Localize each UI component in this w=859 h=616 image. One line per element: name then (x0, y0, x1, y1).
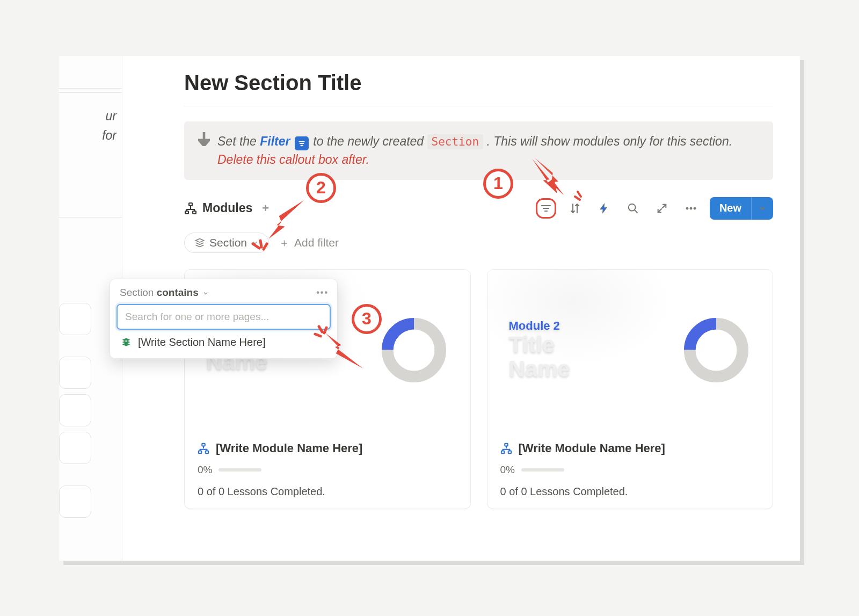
page-title: New Section Title (184, 56, 773, 106)
svg-rect-1 (185, 211, 188, 214)
filter-row: Section ＋ Add filter (184, 233, 773, 253)
card-cover-title-2: Name (509, 357, 570, 381)
progress-percent: 0% (198, 464, 212, 476)
sidebar-text-2: for (102, 128, 117, 143)
svg-rect-16 (508, 451, 511, 453)
filter-badge-icon (295, 136, 309, 150)
modules-header-row: Modules + (184, 197, 773, 220)
svg-rect-10 (199, 451, 202, 453)
card-subtitle: Module 2 (509, 319, 570, 333)
sitemap-icon (184, 202, 197, 215)
new-button-label: New (710, 197, 752, 220)
modules-tab[interactable]: Modules + (184, 201, 269, 215)
sitemap-icon (500, 443, 512, 454)
filter-more-icon[interactable]: ••• (316, 288, 329, 298)
callout-code: Section (427, 134, 484, 149)
stack-icon (121, 337, 132, 347)
section-filter-label: Section (209, 236, 247, 249)
search-button[interactable] (623, 198, 643, 219)
svg-rect-15 (501, 451, 504, 453)
modules-label-text: Modules (202, 201, 252, 215)
callout-filter-word: Filter (260, 134, 290, 148)
callout-mid: to the newly created (313, 134, 427, 148)
svg-rect-14 (505, 443, 508, 446)
filter-popover: Section contains ••• [Write Section Name… (110, 279, 338, 359)
svg-rect-2 (193, 211, 196, 214)
card-footer: 0 of 0 Lessons Completed. (198, 485, 457, 498)
svg-rect-11 (206, 451, 209, 453)
callout-pre: Set the (217, 134, 260, 148)
svg-rect-0 (189, 203, 192, 206)
view-toolbar: New (536, 197, 773, 220)
callout-delete-line: Delete this callout box after. (217, 153, 369, 166)
sidebar-text-1: ur (106, 109, 117, 124)
card-cover-title-1: Title (509, 333, 570, 357)
donut-chart-icon (379, 315, 449, 385)
progress-percent: 0% (500, 464, 515, 476)
callout-post: . This will show modules only for this s… (486, 134, 732, 148)
progress-bar (219, 468, 261, 472)
module-name: [Write Module Name Here] (519, 441, 665, 455)
svg-point-5 (690, 207, 692, 209)
expand-button[interactable] (652, 198, 672, 219)
arrow-down-icon (198, 132, 210, 148)
svg-point-6 (694, 207, 696, 209)
filter-option[interactable]: [Write Section Name Here] (117, 330, 331, 352)
donut-chart-icon (681, 315, 751, 385)
svg-point-3 (629, 204, 636, 211)
filter-condition-label[interactable]: Section contains (120, 287, 209, 299)
new-button-chevron-icon[interactable] (752, 197, 773, 220)
add-view-icon[interactable]: + (262, 201, 269, 215)
card-footer: 0 of 0 Lessons Completed. (500, 485, 760, 498)
module-name: [Write Module Name Here] (216, 441, 362, 455)
progress-bar (521, 468, 564, 472)
svg-point-4 (686, 207, 688, 209)
add-filter-button[interactable]: ＋ Add filter (279, 235, 339, 250)
sort-button[interactable] (565, 198, 585, 219)
screenshot-frame: ur for New Section Title Set the Filter … (59, 56, 800, 561)
stack-icon (194, 237, 205, 248)
filter-search-input[interactable] (117, 304, 331, 330)
filter-option-label: [Write Section Name Here] (138, 336, 266, 349)
automations-button[interactable] (594, 198, 614, 219)
add-filter-label: Add filter (294, 236, 339, 249)
module-card[interactable]: Module 2 Title Name [Write Module N (487, 269, 774, 509)
new-button[interactable]: New (710, 197, 773, 220)
callout-box: Set the Filter to the newly created Sect… (184, 121, 773, 180)
more-button[interactable] (681, 198, 701, 219)
filter-button[interactable] (536, 198, 556, 219)
section-filter-pill[interactable]: Section (184, 233, 269, 253)
svg-rect-9 (202, 443, 205, 446)
sitemap-icon (198, 443, 209, 454)
plus-icon: ＋ (279, 235, 290, 250)
